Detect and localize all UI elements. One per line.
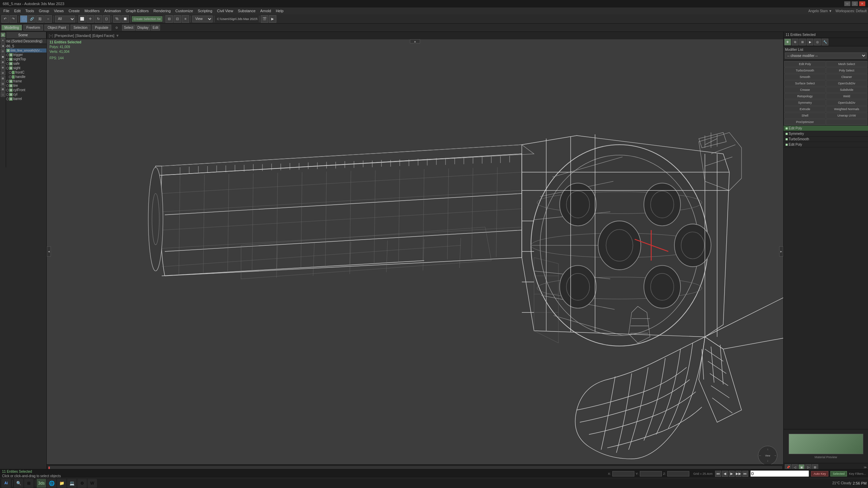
menu-substance[interactable]: Substance [236,8,258,13]
mod-btn-opensubdiv2[interactable]: OpenSubDiv [826,100,867,106]
vp-options[interactable]: ▼ [116,34,119,38]
mod-btn-crease[interactable]: Crease [784,87,826,93]
scene-item-barrel[interactable]: ▣ barrel [0,97,46,101]
vis-icon-frontc[interactable] [9,71,12,74]
mirror-btn[interactable]: ⊡ [174,15,181,23]
scene-tab[interactable]: Scene [0,32,46,38]
tool-3[interactable]: ◉ [1,54,5,59]
menu-customize[interactable]: Customize [173,8,195,13]
tool-1[interactable]: ◈ [1,43,5,48]
tool-7[interactable]: ⊞ [1,76,5,81]
taskbar-code[interactable]: 💻 [67,479,77,488]
menu-scripting[interactable]: Scripting [196,8,214,13]
select-mode-dropdown[interactable]: All [55,16,75,22]
menu-civil-view[interactable]: Civil View [215,8,235,13]
menu-modifiers[interactable]: Modifiers [82,8,102,13]
freeform-tab[interactable]: Freeform [23,25,43,30]
stack-item-symmetry[interactable]: Symmetry [784,131,868,137]
mod-btn-symmetry[interactable]: Symmetry [784,100,826,106]
scene-explorer-btn[interactable]: ⊞ [1,33,5,37]
stack-item-edit-poly[interactable]: Edit Poly [784,126,868,131]
mod-btn-prooptimizer[interactable]: ProOptimizer [784,119,826,125]
modelling-tab[interactable]: Modelling [1,25,22,30]
create-selection-btn[interactable]: Create Selection Se [132,16,162,22]
move-button[interactable]: ✛ [86,15,94,23]
scene-item-frontc[interactable]: frontC [0,70,46,75]
scene-item-cyl[interactable]: ▣ cyl [0,92,46,97]
mod-btn-shell[interactable]: Shell [784,113,826,119]
unlink-button[interactable]: ⛓ [36,15,44,23]
time-input[interactable] [750,470,809,477]
vis-icon-barrel[interactable] [6,98,9,100]
taskbar-3dsmax[interactable]: 3ds [37,479,46,488]
rp-motion-icon[interactable]: ▶ [807,39,813,45]
vp-expand-right[interactable]: ► [779,246,783,257]
vis-icon-safe[interactable] [6,62,9,65]
taskbar-search[interactable]: 🔍 [14,479,23,488]
sub-select[interactable]: Select [122,25,135,30]
scene-item-trigger[interactable]: ▣ trigger [0,53,46,57]
menu-rendering[interactable]: Rendering [152,8,173,13]
menu-help[interactable]: Help [274,8,285,13]
vis-icon-handle[interactable] [9,76,12,78]
mod-btn-weighted-normals[interactable]: Weighted Normals [826,106,867,112]
stack-item-edit-poly2[interactable]: Edit Poly [784,142,868,147]
link-button[interactable]: 🔗 [28,15,36,23]
mod-btn-opensubdiv[interactable]: OpenSubDiv [826,80,867,86]
taskbar-chrome[interactable]: 🌐 [47,479,56,488]
taskbar-word[interactable]: W [87,479,97,488]
menu-views[interactable]: Views [52,8,66,13]
menu-edit[interactable]: Edit [12,8,23,13]
menu-animation[interactable]: Animation [102,8,123,13]
scene-item-fine-smooth[interactable]: ▣ 686_fine_smooth(5(V... [0,48,46,53]
rotate-button[interactable]: ↻ [95,15,102,23]
vp-expand-left[interactable]: ◄ [47,246,51,257]
mod-btn-turbosmooth[interactable]: TurboSmooth [784,67,826,74]
x-input[interactable] [612,471,634,476]
tool-2[interactable]: ⊙ [1,49,5,54]
vis-icon-sight[interactable] [6,67,9,69]
render-setup[interactable]: 🎬 [261,15,268,23]
viewport[interactable]: [+] [Perspective] [Standard] [Edged Face… [47,32,783,471]
named-sel-btn[interactable]: ⊟ [165,15,173,23]
redo-button[interactable]: ↷ [9,15,17,23]
scale-button[interactable]: ⟨⟩ [103,15,110,23]
vp-standard[interactable]: [Standard] [75,34,91,38]
tool-10[interactable]: □ [1,92,5,97]
layer-mgr-btn[interactable]: ≡ [1,38,5,43]
vp-nav-arrows[interactable]: ↑ ↓ ← → View [757,445,778,466]
tool-9[interactable]: ⊠ [1,87,5,92]
snap-btn[interactable]: 🔲 [121,15,129,23]
scene-item-sighttop[interactable]: ▣ sightTop [0,57,46,61]
mod-btn-subdivide[interactable]: Subdivide [826,87,867,93]
minimize-button[interactable]: ─ [844,1,850,6]
tool-6[interactable]: ⊘ [1,70,5,75]
undo-button[interactable]: ↶ [1,15,9,23]
scene-item-cylfront[interactable]: ▣ cylFront [0,88,46,92]
rp-hierarchy-icon[interactable]: ⊞ [799,39,806,45]
close-button[interactable]: ✕ [859,1,865,6]
mod-btn-cleaner[interactable]: Cleaner [826,74,867,80]
mod-btn-surface-select[interactable]: Surface Select [784,80,826,86]
vp-expand-top[interactable]: ▲ [410,39,420,43]
mod-btn-poly-select[interactable]: Poly Select [826,67,867,74]
vis-icon-sighttop[interactable] [6,58,9,61]
object-paint-tab[interactable]: Object Paint [44,25,69,30]
menu-file[interactable]: File [1,8,12,13]
tool-5[interactable]: ⊗ [1,65,5,70]
tool-4[interactable]: ⊕ [1,60,5,64]
menu-group[interactable]: Group [37,8,51,13]
render-btn[interactable]: ▶ [269,15,276,23]
pb-play[interactable]: ▶ [729,471,735,477]
stack-item-turbosmooth[interactable]: TurboSmooth [784,137,868,142]
material-swatch[interactable] [789,434,863,454]
menu-arnold[interactable]: Arnold [258,8,273,13]
viewport-canvas[interactable]: .wire { stroke: #c0c0c0; stroke-width: 0… [47,32,783,471]
taskbar-taskview[interactable]: ⊞ [24,479,34,488]
mod-btn-weld[interactable]: Weld [826,93,867,99]
rp-create-icon[interactable]: ✚ [784,39,791,45]
rp-modify-icon[interactable]: ⧉ [792,39,798,45]
vis-icon-cylfront[interactable] [6,89,9,92]
scene-item-tire[interactable]: ▣ tire [0,83,46,88]
pb-goto-end[interactable]: ⏭ [742,471,748,477]
